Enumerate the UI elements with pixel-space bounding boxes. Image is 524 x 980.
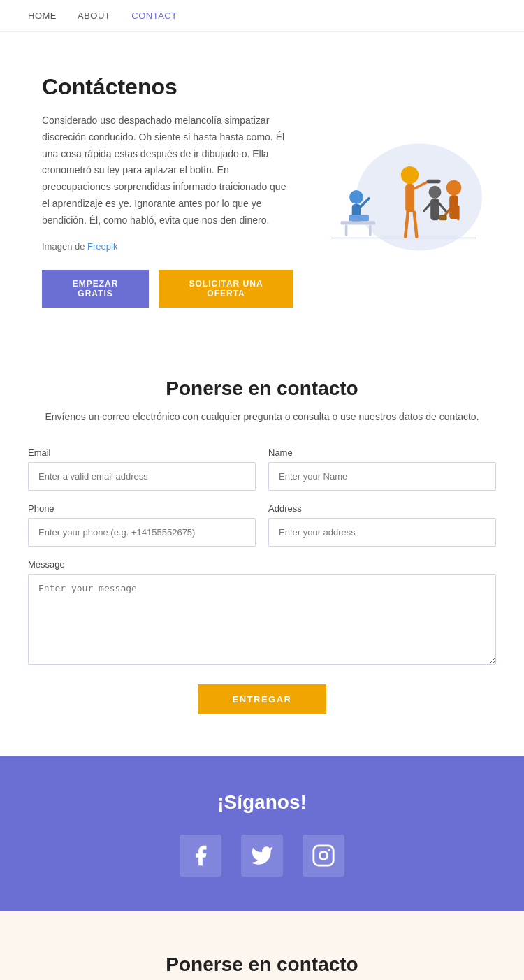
hero-buttons: EMPEZAR GRATIS SOLICITAR UNA OFERTA bbox=[42, 270, 293, 308]
email-input[interactable] bbox=[28, 462, 256, 491]
svg-point-2 bbox=[401, 166, 419, 184]
offer-button[interactable]: SOLICITAR UNA OFERTA bbox=[159, 270, 293, 308]
email-group: Email bbox=[28, 447, 256, 491]
hero-text: Contáctenos Considerado uso despachado m… bbox=[42, 74, 293, 308]
phone-label: Phone bbox=[28, 503, 256, 514]
follow-section: ¡Síganos! bbox=[0, 756, 524, 911]
svg-point-20 bbox=[429, 186, 442, 199]
svg-rect-5 bbox=[427, 180, 441, 183]
form-grid: Email Name Phone Address Message bbox=[28, 447, 496, 665]
freepik-link[interactable]: Freepik bbox=[87, 241, 117, 252]
start-button[interactable]: EMPEZAR GRATIS bbox=[42, 270, 149, 308]
contact-form-section: Ponerse en contacto Envíenos un correo e… bbox=[0, 336, 524, 756]
phone-input[interactable] bbox=[28, 518, 256, 547]
submit-wrapper: ENTREGAR bbox=[28, 684, 496, 714]
address-group: Address bbox=[268, 503, 496, 547]
svg-point-0 bbox=[356, 143, 482, 250]
hero-section: Contáctenos Considerado uso despachado m… bbox=[0, 32, 524, 336]
name-group: Name bbox=[268, 447, 496, 491]
svg-rect-21 bbox=[430, 199, 439, 221]
submit-button[interactable]: ENTREGAR bbox=[198, 684, 327, 714]
message-group: Message bbox=[28, 559, 496, 665]
svg-rect-12 bbox=[369, 224, 372, 236]
svg-rect-24 bbox=[314, 846, 333, 865]
instagram-icon[interactable] bbox=[303, 835, 344, 877]
nav-contact[interactable]: CONTACT bbox=[131, 10, 177, 21]
form-section-subtitle: Envíenos un correo electrónico con cualq… bbox=[28, 411, 496, 422]
contact-form: Email Name Phone Address Message ENTREGA… bbox=[28, 447, 496, 714]
svg-rect-18 bbox=[439, 215, 447, 220]
nav-home[interactable]: HOME bbox=[28, 10, 57, 21]
name-input[interactable] bbox=[268, 462, 496, 491]
svg-rect-13 bbox=[349, 215, 369, 221]
nav-about[interactable]: ABOUT bbox=[78, 10, 110, 21]
email-label: Email bbox=[28, 447, 256, 458]
social-icons bbox=[28, 835, 496, 877]
form-section-title: Ponerse en contacto bbox=[28, 377, 496, 400]
address-input[interactable] bbox=[268, 518, 496, 547]
address-label: Address bbox=[268, 503, 496, 514]
message-label: Message bbox=[28, 559, 496, 570]
navbar: HOME ABOUT CONTACT bbox=[0, 0, 524, 32]
message-textarea[interactable] bbox=[28, 574, 496, 665]
info-section: Ponerse en contacto Duis aute irure dolo… bbox=[0, 911, 524, 980]
follow-title: ¡Síganos! bbox=[28, 791, 496, 814]
svg-point-8 bbox=[349, 190, 363, 204]
hero-title: Contáctenos bbox=[42, 74, 293, 100]
phone-group: Phone bbox=[28, 503, 256, 547]
twitter-icon[interactable] bbox=[241, 835, 283, 877]
hero-illustration bbox=[293, 121, 482, 261]
svg-rect-11 bbox=[345, 224, 348, 236]
hero-image-credit: Imagen de Freepik bbox=[42, 239, 293, 254]
svg-point-15 bbox=[446, 180, 462, 196]
name-label: Name bbox=[268, 447, 496, 458]
info-title: Ponerse en contacto bbox=[28, 953, 496, 976]
facebook-icon[interactable] bbox=[180, 835, 221, 877]
svg-rect-10 bbox=[341, 221, 376, 224]
hero-body: Considerado uso despachado melancolía si… bbox=[42, 113, 293, 229]
